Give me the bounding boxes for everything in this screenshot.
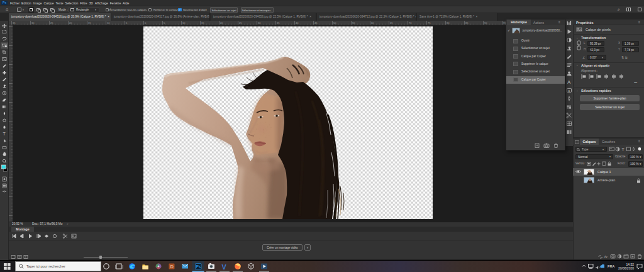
svg-text:30: 30 (31, 21, 35, 25)
svg-text:60: 60 (371, 21, 374, 25)
svg-text:10: 10 (107, 21, 110, 25)
svg-text:15: 15 (201, 21, 204, 25)
svg-text:fx: fx (604, 255, 608, 259)
svg-text:Ps: Ps (196, 264, 201, 269)
svg-text:85: 85 (465, 21, 469, 25)
svg-text:V: V (222, 263, 227, 271)
svg-text:T: T (622, 147, 625, 152)
svg-text:T: T (3, 132, 6, 136)
svg-text:10: 10 (182, 21, 186, 25)
svg-text:A: A (567, 79, 571, 85)
svg-text:20: 20 (220, 21, 223, 25)
svg-text:50: 50 (333, 21, 336, 25)
svg-text:40: 40 (296, 21, 299, 25)
svg-text:D: D (170, 264, 174, 269)
svg-text:35: 35 (277, 21, 280, 25)
svg-text:45: 45 (314, 21, 318, 25)
svg-text:20: 20 (69, 21, 72, 25)
svg-text:65: 65 (390, 21, 393, 25)
svg-text:25: 25 (239, 21, 242, 25)
svg-text:80: 80 (447, 21, 450, 25)
svg-text:a: a (568, 89, 570, 93)
svg-text:90: 90 (484, 21, 487, 25)
svg-text:30: 30 (258, 21, 261, 25)
svg-text:35: 35 (13, 21, 16, 25)
svg-text:15: 15 (88, 21, 91, 25)
svg-text:70: 70 (409, 21, 412, 25)
svg-text:55: 55 (352, 21, 355, 25)
svg-text:75: 75 (428, 21, 431, 25)
svg-text:25: 25 (50, 21, 53, 25)
